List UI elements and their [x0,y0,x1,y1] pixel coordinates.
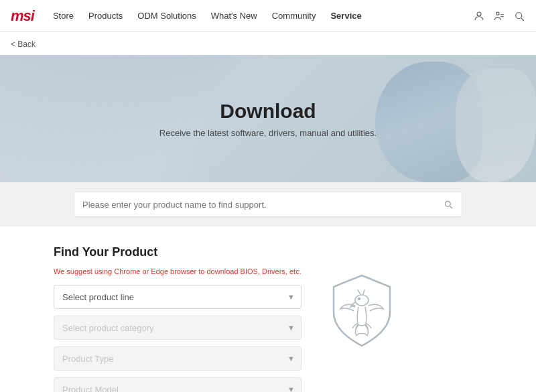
product-type-select[interactable]: Product Type [54,346,302,371]
account-icon[interactable] [493,10,505,22]
svg-point-1 [496,12,500,15]
svg-point-9 [358,298,360,300]
nav-products[interactable]: Products [88,11,123,21]
finder-title: Find Your Product [54,245,302,259]
header-search-icon[interactable] [513,10,525,22]
svg-line-7 [450,206,452,208]
product-category-wrapper: Select product category ▼ [54,316,302,340]
hero-banner: Download Receive the latest software, dr… [0,55,536,182]
msi-logo[interactable]: msi [11,7,34,25]
svg-point-8 [355,295,368,306]
nav-odm[interactable]: ODM Solutions [137,11,196,21]
back-bar: < Back [0,32,536,55]
svg-point-0 [477,12,481,16]
user-icon[interactable] [473,10,485,22]
svg-point-4 [516,12,522,18]
product-line-select[interactable]: Select product line [54,285,302,309]
hero-title: Download [159,100,377,123]
header: msi Store Products ODM Solutions What's … [0,0,536,32]
nav-community[interactable]: Community [272,11,316,21]
product-model-select[interactable]: Product Model [54,377,302,392]
suggestion-text: We suggest using Chrome or Edge browser … [54,267,302,275]
svg-point-6 [445,201,450,206]
svg-line-5 [521,18,524,21]
nav-store[interactable]: Store [53,11,74,21]
product-search-input[interactable] [82,200,443,210]
dragon-section [328,245,395,349]
product-line-wrapper: Select product line ▼ [54,285,302,309]
search-section [0,182,536,226]
back-link[interactable]: < Back [11,40,36,49]
hero-subtitle: Receive the latest software, drivers, ma… [159,128,377,138]
main-nav: Store Products ODM Solutions What's New … [53,11,473,21]
search-submit-icon[interactable] [443,199,454,210]
dragon-shield-logo [328,272,395,349]
product-type-wrapper: Product Type ▼ [54,346,302,371]
hero-content: Download Receive the latest software, dr… [159,100,377,138]
product-finder: Find Your Product We suggest using Chrom… [54,245,302,392]
product-model-wrapper: Product Model ▼ [54,377,302,392]
product-search-bar[interactable] [74,192,462,217]
nav-service[interactable]: Service [330,11,361,21]
header-icons [473,10,525,22]
main-content: Find Your Product We suggest using Chrom… [0,226,536,392]
product-category-select[interactable]: Select product category [54,316,302,340]
nav-whats-new[interactable]: What's New [211,11,257,21]
